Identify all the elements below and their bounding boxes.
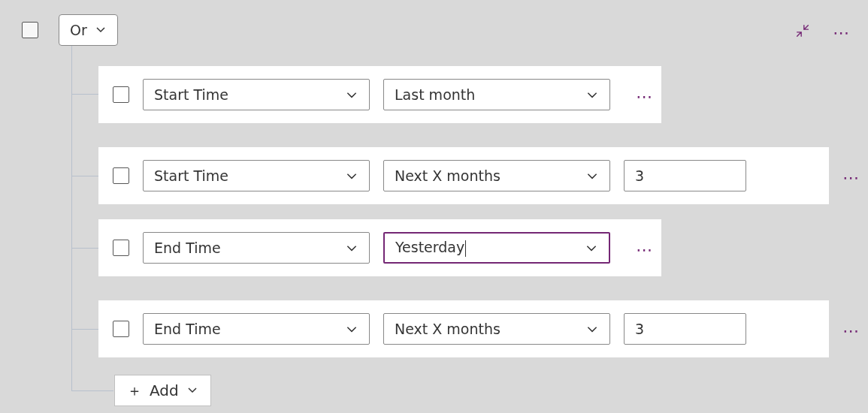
group-more-button[interactable]: ⋯: [832, 25, 850, 40]
more-icon: ⋯: [842, 168, 859, 187]
condition-row: Start Time Next X months 3: [98, 147, 829, 204]
field-value: End Time: [154, 321, 345, 337]
tree-connector-branch: [71, 329, 98, 330]
tree-connector-vertical: [71, 46, 72, 405]
row-checkbox[interactable]: [113, 240, 129, 256]
more-icon: ⋯: [842, 321, 859, 340]
chevron-down-icon: [585, 241, 598, 255]
operator-value: Yesterday: [395, 239, 585, 257]
row-checkbox[interactable]: [113, 86, 129, 103]
field-value: End Time: [154, 240, 345, 256]
field-dropdown[interactable]: End Time: [143, 232, 370, 264]
operator-value: Next X months: [395, 167, 585, 184]
add-button-label: Add: [150, 381, 179, 399]
field-dropdown[interactable]: Start Time: [143, 160, 370, 191]
condition-row: End Time Yesterday: [98, 219, 661, 276]
operator-dropdown[interactable]: Next X months: [383, 160, 610, 191]
filter-builder: Or ⋯ Start Time Last month: [0, 0, 868, 413]
field-dropdown[interactable]: End Time: [143, 313, 370, 345]
group-operator-label: Or: [70, 22, 87, 38]
chevron-down-icon: [585, 322, 599, 336]
row-more-button[interactable]: ⋯: [634, 89, 655, 104]
chevron-down-icon: [345, 88, 358, 101]
more-icon: ⋯: [636, 240, 652, 259]
collapse-icon[interactable]: [794, 23, 811, 39]
chevron-down-icon: [95, 22, 107, 38]
condition-row: Start Time Last month: [98, 66, 661, 123]
value-text: 3: [635, 321, 644, 337]
value-text: 3: [635, 167, 644, 184]
chevron-down-icon: [585, 88, 599, 101]
row-checkbox[interactable]: [113, 321, 129, 337]
tree-connector-branch: [71, 248, 98, 249]
operator-dropdown[interactable]: Last month: [383, 79, 610, 110]
field-value: Start Time: [154, 86, 345, 103]
operator-value: Next X months: [395, 321, 585, 337]
group-operator-dropdown[interactable]: Or: [59, 14, 118, 46]
group-checkbox[interactable]: [22, 22, 38, 38]
plus-icon: ＋: [127, 381, 142, 401]
tree-connector-branch: [71, 176, 98, 176]
chevron-down-icon: [585, 169, 599, 182]
chevron-down-icon: [186, 381, 198, 399]
value-input[interactable]: 3: [624, 313, 746, 345]
operator-dropdown[interactable]: Next X months: [383, 313, 610, 345]
value-input[interactable]: 3: [624, 160, 746, 191]
more-icon: ⋯: [636, 87, 652, 106]
field-value: Start Time: [154, 167, 345, 184]
chevron-down-icon: [345, 241, 358, 255]
more-icon: ⋯: [833, 23, 849, 42]
chevron-down-icon: [345, 169, 358, 182]
add-condition-button[interactable]: ＋ Add: [114, 375, 211, 406]
field-dropdown[interactable]: Start Time: [143, 79, 370, 110]
row-more-button[interactable]: ⋯: [634, 242, 655, 257]
tree-connector-branch: [71, 390, 113, 391]
row-more-button[interactable]: ⋯: [840, 170, 861, 185]
tree-connector-branch: [71, 94, 98, 95]
row-more-button[interactable]: ⋯: [840, 323, 861, 338]
condition-row: End Time Next X months 3: [98, 300, 829, 357]
operator-dropdown[interactable]: Yesterday: [383, 232, 610, 264]
row-checkbox[interactable]: [113, 167, 129, 184]
chevron-down-icon: [345, 322, 358, 336]
text-cursor: [465, 240, 466, 257]
operator-value: Last month: [395, 86, 585, 103]
